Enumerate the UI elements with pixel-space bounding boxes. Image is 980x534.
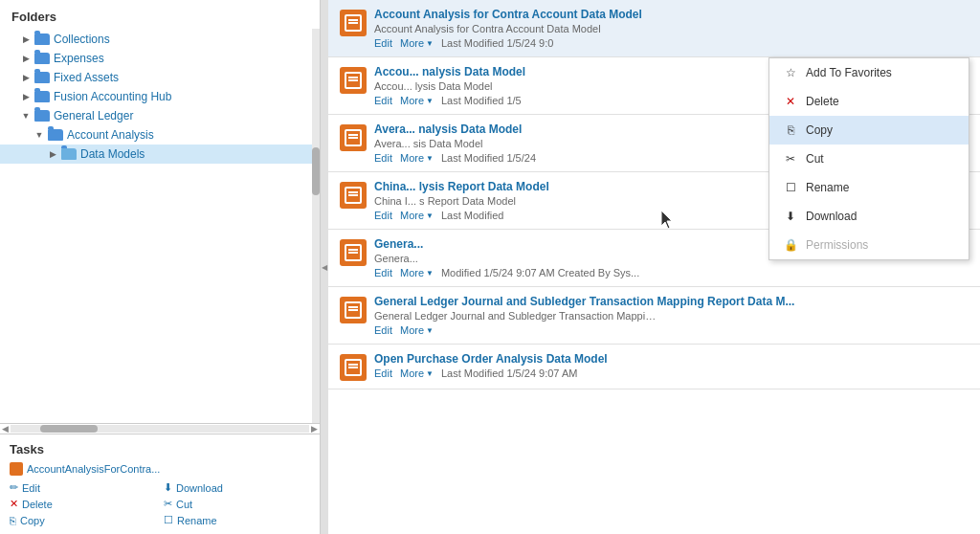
- task-edit-label: Edit: [22, 482, 40, 494]
- report-meta: Last Modified 1/5/24 9:0: [441, 37, 553, 49]
- more-btn[interactable]: More ▼: [400, 267, 434, 278]
- edit-link[interactable]: Edit: [374, 367, 392, 379]
- edit-link[interactable]: Edit: [374, 37, 392, 49]
- report-meta: Modified 1/5/24 9:07 AM Created By Sys..…: [441, 267, 639, 278]
- scroll-left-btn[interactable]: ◀: [0, 424, 11, 434]
- report-icon: [340, 297, 367, 323]
- more-btn[interactable]: More ▼: [400, 37, 434, 49]
- sidebar-item-fixed-assets[interactable]: ▶ Fixed Assets: [0, 68, 320, 87]
- report-icon: [340, 239, 367, 266]
- report-meta: Last Modified 1/5/24 9:07 AM: [441, 367, 577, 379]
- ctx-rename[interactable]: ☐ Rename: [769, 173, 969, 202]
- ctx-item-label: Cut: [806, 152, 824, 166]
- report-content: Open Purchase Order Analysis Data Model …: [374, 352, 969, 379]
- more-btn[interactable]: More ▼: [400, 324, 434, 336]
- ctx-item-label: Download: [806, 210, 857, 223]
- report-icon-inner: [345, 244, 362, 261]
- more-btn[interactable]: More ▼: [400, 152, 434, 164]
- edit-link[interactable]: Edit: [374, 210, 392, 221]
- task-delete[interactable]: ✕ Delete: [10, 498, 156, 510]
- sidebar-item-label: Fusion Accounting Hub: [54, 90, 171, 103]
- folder-icon: [34, 33, 50, 45]
- copy-icon: ⎘: [10, 515, 16, 526]
- context-menu: ☆ Add To Favorites ✕ Delete ⎘ Copy ✂ Cut…: [768, 57, 969, 260]
- left-panel: Folders ▶ Collections ▶ Expenses ▶ Fixed…: [0, 0, 321, 534]
- task-rename[interactable]: ☐ Rename: [164, 514, 310, 526]
- folder-icon: [48, 129, 63, 141]
- edit-link[interactable]: Edit: [374, 152, 392, 164]
- task-download[interactable]: ⬇ Download: [164, 481, 310, 494]
- scrollbar-thumb[interactable]: [312, 147, 320, 195]
- edit-icon: ✏: [10, 481, 18, 494]
- report-icon-inner: [345, 14, 362, 32]
- report-content: General Ledger Journal and Subledger Tra…: [374, 295, 969, 336]
- sidebar-item-general-ledger[interactable]: ▼ General Ledger: [0, 106, 320, 125]
- ctx-permissions: 🔒 Permissions: [769, 231, 969, 259]
- x-icon: ✕: [783, 94, 798, 109]
- task-rename-label: Rename: [177, 515, 217, 526]
- more-arrow-icon: ▼: [426, 211, 434, 220]
- task-cut[interactable]: ✂ Cut: [164, 498, 310, 510]
- edit-link[interactable]: Edit: [374, 324, 392, 336]
- task-edit[interactable]: ✏ Edit: [10, 481, 156, 494]
- ctx-item-label: Delete: [806, 95, 839, 108]
- rename-icon: ☐: [164, 514, 173, 526]
- folder-icon: [34, 91, 50, 102]
- h-scroll-container: ◀ ▶: [0, 423, 320, 434]
- folder-tree: ▶ Collections ▶ Expenses ▶ Fixed Assets …: [0, 30, 320, 423]
- report-title: Account Analysis for Contra Account Data…: [374, 8, 969, 21]
- report-subtitle: Avera... sis Data Model: [374, 138, 661, 149]
- sidebar-item-fusion-accounting[interactable]: ▶ Fusion Accounting Hub: [0, 87, 320, 106]
- more-btn[interactable]: More ▼: [400, 95, 434, 106]
- report-icon-inner: [345, 359, 362, 376]
- report-icon: [340, 67, 367, 94]
- ctx-item-label: Rename: [806, 181, 849, 194]
- task-icon: [10, 462, 23, 476]
- copy-icon: ⎘: [783, 122, 798, 138]
- ctx-copy[interactable]: ⎘ Copy: [769, 116, 969, 145]
- sidebar-item-label: Expenses: [54, 52, 104, 65]
- folder-icon: [34, 72, 50, 83]
- task-copy[interactable]: ⎘ Copy: [10, 514, 156, 526]
- ctx-add-favorites[interactable]: ☆ Add To Favorites: [769, 58, 969, 87]
- sidebar-item-account-analysis[interactable]: ▼ Account Analysis: [0, 125, 320, 145]
- task-copy-label: Copy: [20, 515, 45, 526]
- more-arrow-icon: ▼: [426, 269, 434, 278]
- task-download-label: Download: [176, 482, 223, 494]
- edit-link[interactable]: Edit: [374, 95, 392, 106]
- rename-icon: ☐: [783, 180, 798, 195]
- ctx-cut[interactable]: ✂ Cut: [769, 145, 969, 173]
- report-meta: Last Modified: [441, 210, 503, 221]
- vertical-scrollbar[interactable]: [312, 29, 320, 423]
- more-btn[interactable]: More ▼: [400, 367, 434, 379]
- more-arrow-icon: ▼: [426, 154, 434, 163]
- ctx-download[interactable]: ⬇ Download: [769, 202, 969, 231]
- lock-icon: 🔒: [783, 237, 798, 253]
- report-item: Account Analysis for Contra Account Data…: [328, 0, 980, 57]
- report-icon-inner: [345, 187, 362, 204]
- panel-splitter[interactable]: [321, 0, 328, 534]
- h-scroll-thumb[interactable]: [40, 425, 98, 433]
- expand-arrow: ▶: [19, 52, 33, 65]
- edit-link[interactable]: Edit: [374, 267, 392, 278]
- download-icon: ⬇: [783, 209, 798, 224]
- more-arrow-icon: ▼: [426, 326, 434, 335]
- scroll-right-btn[interactable]: ▶: [309, 424, 320, 434]
- ctx-delete[interactable]: ✕ Delete: [769, 87, 969, 116]
- task-cut-label: Cut: [176, 499, 192, 510]
- report-title: Open Purchase Order Analysis Data Model: [374, 352, 969, 366]
- sidebar-item-expenses[interactable]: ▶ Expenses: [0, 49, 320, 68]
- sidebar-item-data-models[interactable]: ▶ Data Models: [0, 145, 320, 164]
- sidebar-item-collections[interactable]: ▶ Collections: [0, 30, 320, 49]
- report-icon: [340, 124, 367, 151]
- tasks-section: Tasks AccountAnalysisForContra... ✏ Edit…: [0, 434, 320, 534]
- report-icon-inner: [345, 301, 362, 319]
- expand-arrow: ▶: [46, 147, 59, 161]
- h-scroll-track[interactable]: [11, 425, 309, 433]
- scissors-icon: ✂: [783, 151, 798, 167]
- download-icon: ⬇: [164, 481, 172, 494]
- report-subtitle: Accou... lysis Data Model: [374, 80, 661, 92]
- tasks-header: Tasks: [10, 442, 310, 456]
- more-btn[interactable]: More ▼: [400, 210, 434, 221]
- task-delete-label: Delete: [22, 499, 53, 510]
